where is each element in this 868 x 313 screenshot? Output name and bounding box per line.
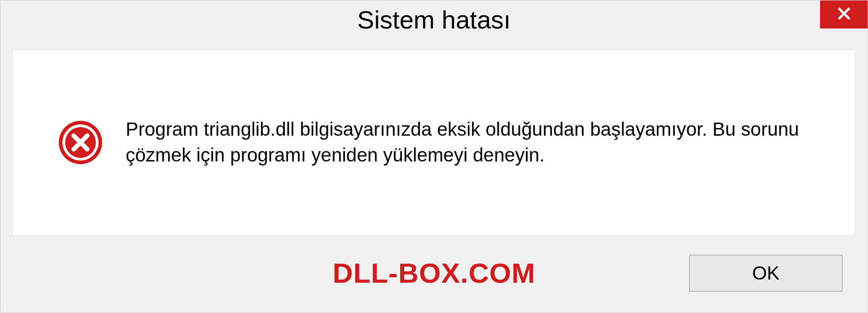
close-button[interactable] [820,0,868,28]
dialog-content: Program trianglib.dll bilgisayarınızda e… [12,49,856,236]
dialog-footer: DLL-BOX.COM OK [0,245,868,313]
error-dialog: Sistem hatası Program trianglib.dll bilg… [0,0,868,313]
close-icon [836,5,852,24]
watermark-text: DLL-BOX.COM [333,257,535,289]
dialog-message: Program trianglib.dll bilgisayarınızda e… [126,117,828,168]
dialog-title: Sistem hatası [357,5,510,34]
ok-button[interactable]: OK [689,255,843,292]
dialog-titlebar: Sistem hatası [0,0,868,46]
error-icon [58,120,103,165]
